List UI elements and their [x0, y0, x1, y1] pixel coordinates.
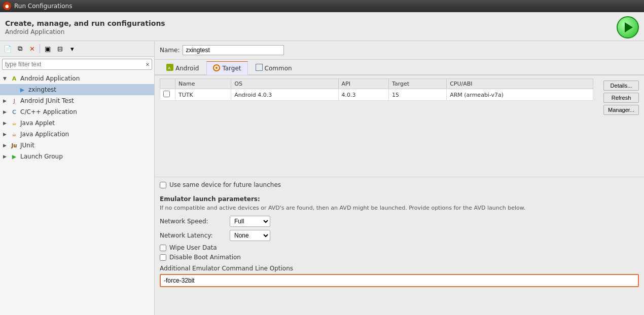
expand-icon-cpp: ▶	[3, 109, 8, 114]
tree-group-java-applet-label: Java Applet	[20, 120, 55, 127]
tab-target-label: Target	[222, 65, 241, 72]
header: Create, manage, and run configurations A…	[0, 12, 644, 41]
expand-icon-junit2: ▶	[3, 143, 8, 148]
tree-group-junit: ▶ Ju JUnit	[0, 140, 154, 151]
col-os: OS	[231, 79, 338, 89]
window-title: Run Configurations	[14, 3, 72, 10]
disable-boot-row: Disable Boot Animation	[160, 254, 639, 261]
name-input[interactable]	[183, 45, 284, 55]
cpp-icon: C	[10, 108, 18, 116]
android-group-icon: A	[10, 74, 18, 83]
tree-group-cpp-header[interactable]: ▶ C C/C++ Application	[0, 106, 154, 117]
main-panel: Name: A Android	[155, 41, 644, 315]
tree-group-launch: ▶ ▶ Launch Group	[0, 151, 154, 162]
cmdline-input[interactable]	[160, 274, 639, 287]
filter-input[interactable]	[3, 59, 144, 69]
svg-text:A: A	[168, 66, 171, 70]
common-tab-icon	[256, 64, 263, 72]
svg-point-3	[216, 67, 218, 69]
row-name-cell: TUTK	[175, 89, 231, 101]
side-buttons: Details... Refresh Manager...	[603, 81, 639, 115]
tree-group-android: ▼ A Android Application ▶ zxingtest	[0, 73, 154, 95]
expand-icon-launch: ▶	[3, 154, 8, 159]
expand-icon-java-app: ▶	[3, 132, 8, 137]
tree-group-launch-label: Launch Group	[20, 153, 63, 160]
use-same-device-checkbox[interactable]	[160, 182, 166, 188]
refresh-button[interactable]: Refresh	[603, 93, 639, 103]
row-check-cell	[160, 89, 175, 101]
row-cpu-cell: ARM (armeabi-v7a)	[447, 89, 593, 101]
tree-group-java-app-header[interactable]: ▶ ☕ Java Application	[0, 129, 154, 140]
details-button[interactable]: Details...	[603, 81, 639, 91]
tree-group-java-applet-header[interactable]: ▶ ☕ Java Applet	[0, 117, 154, 129]
new-config-button[interactable]: 📄	[2, 43, 13, 54]
toolbar-sep-1	[40, 44, 40, 53]
tree-group-junit-header[interactable]: ▶ Ju JUnit	[0, 140, 154, 151]
emulator-section: Emulator launch parameters: If no compat…	[155, 192, 644, 315]
junit-icon: Ju	[10, 141, 18, 149]
title-bar: ● Run Configurations	[0, 0, 644, 12]
header-subtitle: Android Application	[5, 28, 165, 35]
col-api: API	[338, 79, 389, 89]
disable-boot-checkbox[interactable]	[160, 254, 166, 261]
android-tab-icon: A	[166, 64, 173, 72]
duplicate-icon: ⧉	[18, 45, 22, 53]
filter-box: ✕	[2, 59, 152, 70]
cmdline-label: Additional Emulator Command Line Options	[160, 265, 639, 272]
delete-button[interactable]: ✕	[26, 43, 38, 54]
tab-android-label: Android	[175, 65, 199, 72]
tree-group-launch-header[interactable]: ▶ ▶ Launch Group	[0, 151, 154, 162]
tab-bar: A Android Target	[155, 60, 644, 75]
tree-group-android-junit-header[interactable]: ▶ J Android JUnit Test	[0, 95, 154, 106]
network-latency-label: Network Latency:	[160, 232, 226, 239]
table-row: TUTK Android 4.0.3 4.0.3 15 ARM (armeabi…	[160, 89, 593, 101]
network-latency-row: Network Latency: None GPRS EDGE UMTS	[160, 230, 639, 241]
header-title: Create, manage, and run configurations	[5, 19, 165, 27]
tab-android[interactable]: A Android	[160, 61, 205, 74]
use-same-device-label: Use same device for future launches	[169, 181, 281, 188]
collapse-icon: ⊟	[57, 45, 63, 53]
filter-clear-button[interactable]: ✕	[144, 60, 152, 68]
device-table-area: Name OS API Target CPU/ABI	[155, 75, 644, 177]
col-check	[160, 79, 175, 89]
manager-button[interactable]: Manager...	[603, 105, 639, 115]
network-speed-label: Network Speed:	[160, 218, 226, 225]
tree-group-junit-label: JUnit	[20, 142, 34, 149]
run-button[interactable]	[617, 16, 639, 38]
device-table: Name OS API Target CPU/ABI	[160, 78, 593, 101]
tree-group-android-header[interactable]: ▼ A Android Application	[0, 73, 154, 84]
use-same-device-row: Use same device for future launches	[155, 177, 644, 192]
config-tree: ▼ A Android Application ▶ zxingtest	[0, 72, 154, 315]
target-tab-icon	[213, 64, 220, 73]
row-api-cell: 4.0.3	[338, 89, 389, 101]
tree-group-android-label: Android Application	[20, 75, 80, 82]
emulator-section-title: Emulator launch parameters:	[160, 195, 639, 203]
wipe-user-data-checkbox[interactable]	[160, 245, 166, 251]
android-junit-icon: J	[10, 97, 18, 105]
tree-group-java-app: ▶ ☕ Java Application	[0, 129, 154, 140]
name-label: Name:	[160, 47, 180, 54]
tab-target[interactable]: Target	[206, 61, 247, 75]
tree-group-android-junit-label: Android JUnit Test	[20, 97, 74, 104]
tree-item-zxingtest[interactable]: ▶ zxingtest	[0, 84, 154, 95]
network-speed-select[interactable]: Full GPRS EDGE UMTS HSPDA LTE EVDO	[230, 216, 270, 227]
tree-group-cpp: ▶ C C/C++ Application	[0, 106, 154, 117]
network-speed-row: Network Speed: Full GPRS EDGE UMTS HSPDA…	[160, 216, 639, 227]
expand-icon: ▼	[3, 76, 8, 81]
launch-icon: ▶	[10, 152, 18, 161]
tree-group-android-junit: ▶ J Android JUnit Test	[0, 95, 154, 106]
tab-common[interactable]: Common	[249, 61, 299, 74]
device-checkbox[interactable]	[163, 91, 170, 97]
sidebar: 📄 ⧉ ✕ ▣ ⊟ ▾	[0, 41, 155, 315]
header-text: Create, manage, and run configurations A…	[5, 19, 165, 35]
tree-group-java-app-label: Java Application	[20, 131, 69, 138]
disable-boot-label: Disable Boot Animation	[169, 254, 241, 261]
duplicate-button[interactable]: ⧉	[14, 43, 25, 54]
tab-content: Name OS API Target CPU/ABI	[155, 75, 644, 315]
collapse-button[interactable]: ⊟	[54, 43, 65, 54]
network-latency-select[interactable]: None GPRS EDGE UMTS	[230, 230, 270, 241]
filter-button[interactable]: ▣	[42, 43, 53, 54]
row-target-cell: 15	[389, 89, 447, 101]
more-button[interactable]: ▾	[66, 43, 78, 54]
window-icon: ●	[3, 2, 11, 10]
